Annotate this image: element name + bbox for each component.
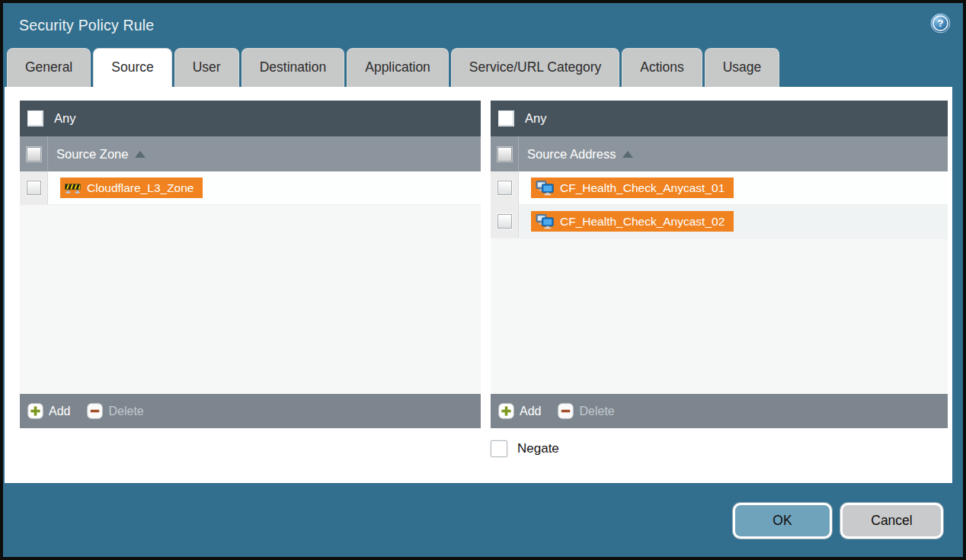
sort-ascending-arrow-icon [135,151,146,158]
tab-destination[interactable]: Destination [242,48,345,87]
address-chip-label: CF_Health_Check_Anycast_02 [560,215,724,229]
address-chip-label: CF_Health_Check_Anycast_01 [560,181,724,195]
source-address-panel: Any Source Address [491,101,948,428]
tab-service-url-category[interactable]: Service/URL Category [451,48,619,87]
source-address-delete-button[interactable]: Delete [558,403,614,419]
tab-usage[interactable]: Usage [705,48,780,87]
source-address-list: CF_Health_Check_Anycast_01 [491,171,948,394]
address-row-checkbox-2[interactable] [497,214,512,229]
address-chip-1[interactable]: CF_Health_Check_Anycast_01 [531,178,734,198]
source-address-any-bar: Any [491,101,948,136]
negate-row: Negate [491,440,952,457]
plus-icon [498,403,514,419]
source-tab-content: Any Source Zone [5,87,952,483]
address-row: CF_Health_Check_Anycast_02 [491,205,948,238]
source-zone-select-all-checkbox[interactable] [27,147,41,162]
source-zone-panel: Any Source Zone [20,101,481,428]
address-chip-2[interactable]: CF_Health_Check_Anycast_02 [531,211,734,232]
source-zone-any-checkbox[interactable] [27,110,43,126]
source-zone-delete-button[interactable]: Delete [87,403,143,419]
source-address-any-checkbox[interactable] [498,110,514,126]
source-zone-any-bar: Any [20,101,481,136]
source-zone-column-header[interactable]: Source Zone [20,136,481,171]
address-row: CF_Health_Check_Anycast_01 [491,171,948,205]
source-zone-delete-label: Delete [108,405,143,418]
tab-user[interactable]: User [174,48,239,87]
source-address-actions-bar: Add Delete [491,394,948,428]
source-address-select-all-checkbox[interactable] [497,147,512,162]
plus-icon [27,403,43,419]
source-address-add-button[interactable]: Add [498,403,541,419]
tab-actions[interactable]: Actions [622,48,702,87]
negate-label: Negate [517,441,559,456]
help-button[interactable]: ? [930,13,951,34]
source-zone-list: Cloudflare_L3_Zone [20,171,481,394]
source-zone-column-label: Source Zone [56,147,128,162]
zone-row-checkbox[interactable] [27,181,41,195]
source-zone-add-button[interactable]: Add [27,403,70,419]
source-zone-any-label: Any [54,111,75,126]
panels-container: Any Source Zone [20,101,952,428]
zone-chip[interactable]: Cloudflare_L3_Zone [60,178,203,198]
dialog-footer: OK Cancel [3,483,963,557]
minus-icon [558,403,574,419]
minus-icon [87,403,103,419]
source-address-any-label: Any [525,111,546,126]
help-circle-icon: ? [930,13,951,34]
address-row-checkbox-1[interactable] [497,181,512,195]
source-address-column-label: Source Address [527,147,616,162]
network-computers-icon [536,214,554,229]
source-address-column-header[interactable]: Source Address [491,136,948,171]
network-computers-icon [536,181,554,196]
tab-source[interactable]: Source [93,48,171,87]
dialog-titlebar: Security Policy Rule ? [3,3,963,47]
source-address-add-label: Add [520,405,541,418]
sort-ascending-arrow-icon [622,151,633,158]
source-zone-add-label: Add [49,405,70,418]
source-zone-actions-bar: Add Delete [20,394,481,428]
svg-text:?: ? [937,18,943,29]
negate-checkbox[interactable] [491,440,507,457]
source-address-delete-label: Delete [579,405,614,418]
cancel-button[interactable]: Cancel [840,503,943,539]
zone-row: Cloudflare_L3_Zone [20,171,481,205]
zone-chip-label: Cloudflare_L3_Zone [87,181,194,195]
tab-general[interactable]: General [7,48,91,87]
tab-bar: General Source User Destination Applicat… [3,47,963,87]
tab-application[interactable]: Application [347,48,449,87]
zone-barrier-icon [65,181,81,194]
ok-button[interactable]: OK [733,503,832,539]
dialog-title: Security Policy Rule [19,17,154,34]
